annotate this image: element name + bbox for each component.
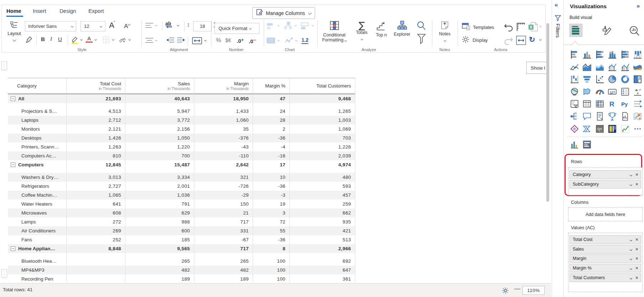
- field-dropdown-icon[interactable]: [630, 172, 632, 177]
- visual-icon-treemap[interactable]: [633, 75, 642, 84]
- table-row[interactable]: −Home Applian…8,8489,56571782,966: [8, 244, 355, 253]
- visual-icon-scatter-chart[interactable]: [596, 75, 604, 84]
- visual-icon-smart-narrative[interactable]: [596, 112, 604, 121]
- remove-field-icon[interactable]: ×: [635, 172, 638, 177]
- visual-icon-stacked-area-chart[interactable]: [596, 63, 604, 71]
- remove-field-icon[interactable]: ×: [635, 237, 638, 242]
- field-dropdown-icon[interactable]: [630, 266, 632, 271]
- column-header[interactable]: Total Costin Thousands: [67, 78, 125, 94]
- analytics-tab[interactable]: [629, 26, 640, 37]
- top-n-button[interactable]: Top n: [372, 22, 390, 37]
- field-dropdown-icon[interactable]: [630, 237, 632, 242]
- visual-icon-stacked-column-chart[interactable]: [608, 50, 617, 59]
- visual-icon-map[interactable]: [570, 87, 579, 96]
- table-row[interactable]: Recording Pen189189100361: [8, 275, 355, 282]
- visual-icon-funnel-chart[interactable]: [583, 75, 591, 84]
- fit-width-button[interactable]: [516, 36, 526, 46]
- visual-icon-power-automate[interactable]: [583, 125, 591, 133]
- build-visual-tab[interactable]: [569, 24, 583, 37]
- remove-field-icon[interactable]: ×: [635, 256, 638, 261]
- table-row[interactable]: Washers & Dry…3,0133,33432110480: [8, 173, 355, 182]
- decrease-decimal-button[interactable]: .0−: [249, 37, 256, 44]
- chart-combo-button[interactable]: [301, 22, 310, 32]
- drag-handle-top[interactable]: ∙∙∙∙∙∙: [1, 61, 7, 70]
- visual-icon-ribbon-chart[interactable]: [633, 63, 642, 71]
- column-header[interactable]: Marginin Thousands: [194, 78, 253, 94]
- field-dropdown-icon[interactable]: [630, 182, 632, 187]
- table-row[interactable]: Fans252185-67-36513: [8, 235, 355, 244]
- redo-button[interactable]: [504, 36, 513, 46]
- visual-icon-donut-chart[interactable]: [621, 75, 629, 84]
- decrease-font-button[interactable]: A: [124, 23, 130, 30]
- visual-icon-pie-chart[interactable]: [608, 75, 617, 84]
- visual-icon-matrix[interactable]: [596, 100, 604, 108]
- visual-icon-python[interactable]: Py: [621, 100, 629, 108]
- notes-button[interactable]: Notes: [436, 21, 454, 43]
- table-row[interactable]: −All21,69340,64318,950479,468: [8, 94, 355, 103]
- collapse-row-icon[interactable]: −: [11, 162, 15, 167]
- bold-button[interactable]: B: [41, 36, 45, 42]
- value-field-margin-[interactable]: Margin %×: [570, 264, 641, 272]
- wrap-text-button[interactable]: ab: [165, 21, 173, 29]
- drag-handle-bottom[interactable]: ∙∙∙∙∙∙: [1, 269, 7, 278]
- visual-icon-slicer[interactable]: [570, 100, 579, 108]
- table-row[interactable]: Printers, Scann…1,2631,220-43-41,228: [8, 142, 355, 151]
- filter-icon[interactable]: [417, 34, 426, 46]
- collapse-row-icon[interactable]: −: [11, 246, 15, 251]
- visual-icon-inforiver-charts[interactable]: [570, 140, 579, 149]
- table-row[interactable]: −Computers12,84515,4872,642174,974: [8, 160, 355, 169]
- visual-icon-line-stacked-column-chart[interactable]: [608, 63, 617, 71]
- tab-insert[interactable]: Insert: [33, 8, 46, 14]
- font-name-select[interactable]: Inforiver Sans: [25, 21, 76, 31]
- tab-export[interactable]: Export: [88, 8, 104, 14]
- manage-columns-button[interactable]: Manage Columns: [252, 7, 315, 19]
- table-row[interactable]: Computers Ac…810700-110-162,039: [8, 151, 355, 160]
- font-color-button[interactable]: A: [86, 35, 93, 43]
- table-row[interactable]: MP4&MP3482482100647: [8, 266, 355, 275]
- table-row[interactable]: Water Heaters64179115019259: [8, 200, 355, 208]
- chart-hierarchy-button[interactable]: [284, 21, 293, 32]
- undo-button[interactable]: [504, 23, 513, 33]
- column-header[interactable]: Margin %: [253, 78, 290, 94]
- chart-cell-button[interactable]: [267, 37, 276, 46]
- display-button[interactable]: Display: [462, 36, 488, 45]
- table-row[interactable]: Lamps27298871772935: [8, 217, 355, 226]
- resize-button[interactable]: [516, 22, 526, 33]
- visual-icon-line-chart[interactable]: [570, 63, 579, 71]
- visual-icon-power-apps[interactable]: [570, 125, 579, 133]
- zoom-level-box[interactable]: 110%: [522, 286, 545, 295]
- refresh-button[interactable]: ↻: [529, 35, 535, 44]
- collapse-pane-icon[interactable]: »: [637, 2, 640, 10]
- remove-field-icon[interactable]: ×: [635, 265, 638, 271]
- chart-bar-button[interactable]: [267, 22, 276, 32]
- table-row[interactable]: Air Conditioners26960033155421: [8, 226, 355, 235]
- field-dropdown-icon[interactable]: [630, 247, 632, 252]
- value-field-total-cost[interactable]: Total Cost×: [570, 235, 641, 244]
- table-row[interactable]: Projectors & S…4,5135,9471,433241,265: [8, 107, 355, 116]
- underline-button[interactable]: U: [58, 36, 62, 42]
- remove-field-icon[interactable]: ×: [635, 275, 638, 281]
- visual-icon-filled-map[interactable]: [583, 87, 591, 96]
- vertical-align-button[interactable]: [145, 22, 154, 30]
- visual-icon-arcgis-map[interactable]: [633, 112, 642, 121]
- visual-icon-qa-visual[interactable]: [583, 112, 591, 121]
- visual-icon-line-clustered-column-chart[interactable]: [621, 63, 629, 71]
- visual-icon-more-options[interactable]: [633, 125, 642, 133]
- visual-icon-multi-row-card[interactable]: [621, 87, 629, 96]
- templates-button[interactable]: Templates: [462, 23, 494, 32]
- visual-icon-card[interactable]: 123: [608, 87, 617, 96]
- columns-well[interactable]: Add data fields here: [568, 207, 643, 221]
- sparkline-button[interactable]: [284, 37, 294, 46]
- visual-icon-r-script[interactable]: R: [608, 100, 617, 108]
- column-header[interactable]: Salesin Thousands: [125, 78, 194, 94]
- percent-button[interactable]: %: [216, 37, 221, 44]
- number-format-button[interactable]: 1.2: [302, 37, 308, 44]
- visual-icon-paginated-report[interactable]: [621, 112, 629, 121]
- visual-icon-clustered-bar-chart[interactable]: [570, 50, 579, 59]
- table-row[interactable]: Monitors2,1212,1563521,069: [8, 125, 355, 134]
- visual-icon-inforiver-writeback[interactable]: [583, 140, 591, 149]
- clear-borders-button[interactable]: [118, 36, 127, 46]
- remove-field-icon[interactable]: ×: [635, 181, 638, 187]
- visual-icon-inforiver-matrix[interactable]: [608, 125, 617, 133]
- visual-icon-decomposition-tree[interactable]: [570, 112, 579, 121]
